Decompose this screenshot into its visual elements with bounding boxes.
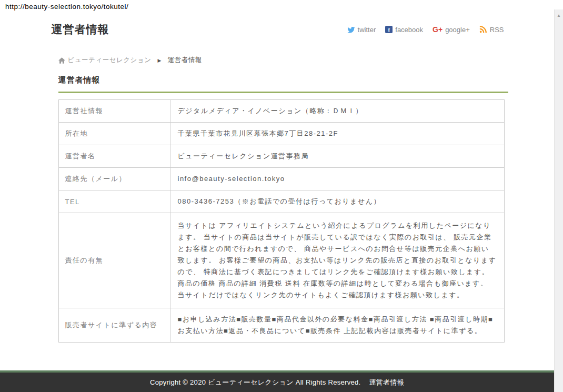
row-value: 千葉県千葉市花見川区幕張本郷7丁目28-21-2F — [170, 123, 504, 145]
footer-operator-info-link[interactable]: 運営者情報 — [369, 378, 404, 387]
row-label: 所在地 — [58, 123, 170, 145]
rss-label: RSS — [490, 26, 504, 34]
row-value: ビューティーセレクション運営事務局 — [170, 145, 504, 168]
row-value: 当サイトは アフィリエイトシステムという紹介によるプログラムを利用したページにな… — [170, 213, 504, 308]
google-plus-label: google+ — [445, 26, 470, 34]
breadcrumb-current: 運営者情報 — [168, 56, 202, 65]
facebook-icon: f — [385, 26, 393, 33]
page-url: http://beauty-selection.tokyo/tokutei/ — [5, 3, 128, 11]
twitter-label: twitter — [358, 26, 376, 34]
home-icon — [58, 57, 65, 64]
breadcrumb-home-label: ビューティーセレクション — [68, 56, 152, 65]
operator-info-table: 運営社情報 デジタルメディア・イノベーション（略称：ＤＭＩ） 所在地 千葉県千葉… — [58, 99, 505, 343]
row-label: 責任の有無 — [58, 213, 170, 308]
table-row: 販売者サイトに準ずる内容 ■お申し込み方法■販売数量■商品代金以外の必要な料金■… — [58, 308, 504, 343]
row-value: ■お申し込み方法■販売数量■商品代金以外の必要な料金■商品引渡し方法 ■商品引渡… — [170, 308, 504, 343]
breadcrumb-separator-icon: ▶ — [157, 58, 161, 63]
row-label: TEL — [58, 190, 170, 213]
social-links: twitter f facebook G+ google+ RSS — [347, 25, 504, 34]
breadcrumb: ビューティーセレクション ▶ 運営者情報 — [58, 56, 504, 65]
row-value: info@beauty-selection.tokyo — [170, 168, 504, 190]
table-row: 連絡先（メール） info@beauty-selection.tokyo — [58, 168, 504, 190]
facebook-link[interactable]: f facebook — [385, 26, 423, 34]
breadcrumb-home-link[interactable]: ビューティーセレクション — [58, 56, 152, 65]
row-label: 連絡先（メール） — [58, 168, 170, 190]
row-value: 080-3436-7253（※お電話での受付は行っておりません） — [170, 190, 504, 213]
table-row: 運営者名 ビューティーセレクション運営事務局 — [58, 145, 504, 168]
table-row: 運営社情報 デジタルメディア・イノベーション（略称：ＤＭＩ） — [58, 100, 504, 123]
section-heading: 運営者情報 — [58, 75, 508, 85]
table-row: 所在地 千葉県千葉市花見川区幕張本郷7丁目28-21-2F — [58, 123, 504, 145]
rss-icon — [479, 26, 487, 34]
twitter-link[interactable]: twitter — [347, 26, 376, 34]
site-footer: Copyright © 2020 ビューティーセレクション All Rights… — [0, 370, 554, 392]
table-row: TEL 080-3436-7253（※お電話での受付は行っておりません） — [58, 190, 504, 213]
site-header: 運営者情報 twitter f facebook G+ google+ — [51, 22, 504, 37]
row-label: 運営社情報 — [58, 100, 170, 123]
row-label: 販売者サイトに準ずる内容 — [58, 308, 170, 343]
page-body: 運営者情報 twitter f facebook G+ google+ — [0, 0, 554, 343]
google-plus-icon: G+ — [433, 25, 443, 34]
row-label: 運営者名 — [58, 145, 170, 168]
footer-copyright: Copyright © 2020 ビューティーセレクション All Rights… — [150, 378, 360, 387]
facebook-label: facebook — [395, 26, 423, 34]
rss-link[interactable]: RSS — [479, 26, 504, 34]
scrollbar-up-arrow[interactable]: ▲ — [555, 9, 563, 18]
section-heading-wrap: 運営者情報 — [58, 75, 508, 93]
google-plus-link[interactable]: G+ google+ — [433, 25, 470, 34]
twitter-icon — [347, 26, 355, 34]
page-title: 運営者情報 — [52, 22, 109, 37]
table-row: 責任の有無 当サイトは アフィリエイトシステムという紹介によるプログラムを利用し… — [58, 213, 504, 308]
row-value: デジタルメディア・イノベーション（略称：ＤＭＩ） — [170, 100, 504, 123]
vertical-scrollbar[interactable]: ▲ — [554, 9, 563, 392]
